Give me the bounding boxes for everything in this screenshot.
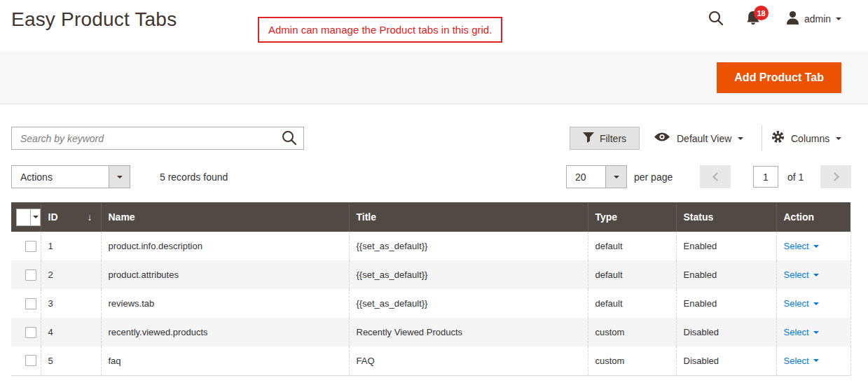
caret-down-icon: [813, 274, 819, 276]
cell-type: custom: [588, 318, 676, 346]
column-header-status[interactable]: Status: [676, 202, 776, 232]
total-pages-label: of 1: [787, 165, 804, 188]
actions-dropdown[interactable]: Actions: [11, 165, 130, 188]
caret-down-icon: [614, 176, 619, 178]
notifications-bell-icon[interactable]: 18: [745, 10, 762, 28]
cell-id: 2: [41, 260, 101, 289]
column-header-type[interactable]: Type: [588, 202, 676, 232]
admin-account-menu[interactable]: admin: [786, 10, 841, 27]
row-checkbox[interactable]: [25, 241, 36, 252]
cell-title: {{set_as_default}}: [349, 289, 588, 318]
add-product-tab-button[interactable]: Add Product Tab: [717, 62, 841, 93]
column-header-id[interactable]: ID ↓: [41, 202, 101, 232]
select-all-checkbox[interactable]: [17, 209, 31, 225]
per-page-dropdown[interactable]: 20: [566, 165, 627, 188]
table-row: 1 product.info.description {{set_as_defa…: [11, 232, 850, 260]
page-title: Easy Product Tabs: [11, 8, 177, 31]
row-select-action[interactable]: Select: [784, 327, 819, 337]
controls-divider: [762, 125, 762, 151]
caret-down-icon: [33, 216, 39, 218]
dropdown-toggle[interactable]: [605, 166, 626, 188]
caret-down-icon: [117, 176, 123, 178]
cell-type: custom: [588, 346, 676, 375]
select-all-dropdown[interactable]: [31, 209, 40, 225]
columns-dropdown[interactable]: Columns: [771, 127, 841, 150]
row-select-action[interactable]: Select: [784, 241, 819, 251]
chevron-down-icon: [836, 18, 841, 20]
cell-name: product.info.description: [101, 232, 349, 260]
actions-label: Actions: [12, 166, 109, 188]
cell-name: reviews.tab: [101, 289, 349, 318]
user-avatar-icon: [786, 10, 799, 27]
caret-down-icon: [813, 331, 819, 334]
select-label: Select: [784, 356, 809, 366]
cell-status: Enabled: [676, 260, 776, 289]
table-row: 3 reviews.tab {{set_as_default}} default…: [11, 289, 850, 318]
cell-id: 5: [41, 346, 101, 375]
cell-id: 4: [41, 318, 101, 346]
row-checkbox[interactable]: [25, 355, 36, 366]
previous-page-button[interactable]: [700, 165, 731, 188]
table-row: 4 recently.viewed.products Recently View…: [11, 318, 850, 346]
cell-name: product.attributes: [101, 260, 349, 289]
cell-status: Disabled: [676, 346, 776, 375]
notification-count-badge[interactable]: 18: [754, 6, 769, 20]
column-header-name[interactable]: Name: [101, 202, 349, 232]
per-page-label: per page: [634, 165, 673, 188]
table-row: 2 product.attributes {{set_as_default}} …: [11, 260, 850, 289]
sort-descending-icon[interactable]: ↓: [88, 211, 94, 223]
table-row: 5 faq FAQ custom Disabled Select: [11, 346, 850, 375]
default-view-label: Default View: [677, 133, 731, 144]
cell-title: {{set_as_default}}: [349, 260, 588, 289]
select-label: Select: [784, 270, 809, 280]
cell-name: faq: [101, 346, 349, 375]
search-input[interactable]: [11, 127, 304, 150]
cell-id: 1: [41, 232, 101, 260]
chevron-down-icon: [738, 137, 743, 140]
caret-down-icon: [813, 245, 819, 248]
cell-type: default: [588, 232, 676, 260]
eye-icon: [654, 132, 670, 145]
column-header-action[interactable]: Action: [776, 202, 850, 232]
filter-funnel-icon: [583, 132, 594, 145]
current-page-input[interactable]: [753, 166, 778, 188]
row-select-action[interactable]: Select: [784, 270, 819, 280]
dropdown-toggle[interactable]: [109, 166, 130, 188]
row-select-action[interactable]: Select: [784, 298, 819, 309]
admin-username: admin: [804, 13, 831, 24]
caret-down-icon: [813, 359, 819, 362]
select-label: Select: [784, 298, 809, 309]
next-page-button[interactable]: [820, 165, 851, 188]
keyword-search: [11, 127, 304, 150]
records-found-text: 5 records found: [160, 165, 228, 188]
cell-type: default: [588, 260, 676, 289]
default-view-dropdown[interactable]: Default View: [654, 127, 743, 150]
row-checkbox[interactable]: [25, 327, 36, 338]
row-checkbox[interactable]: [25, 298, 36, 309]
select-all-control[interactable]: [16, 209, 41, 226]
product-tabs-grid: ID ↓ Name Title Type Status Action 1 pro…: [11, 202, 851, 376]
cell-name: recently.viewed.products: [101, 318, 349, 346]
select-all-header: [11, 202, 41, 232]
filters-label: Filters: [600, 133, 626, 144]
cell-id: 3: [41, 289, 101, 318]
cell-title: FAQ: [349, 346, 588, 375]
easy-product-tabs-page: Easy Product Tabs Admin can manage the P…: [0, 0, 868, 385]
cell-status: Disabled: [676, 318, 776, 346]
select-label: Select: [784, 327, 809, 337]
search-submit-icon[interactable]: [280, 130, 298, 148]
row-select-action[interactable]: Select: [784, 356, 819, 366]
columns-label: Columns: [791, 133, 829, 144]
chevron-left-icon: [712, 172, 722, 181]
cell-title: Recently Viewed Products: [349, 318, 588, 346]
cell-status: Enabled: [676, 289, 776, 318]
column-header-title[interactable]: Title: [349, 202, 588, 232]
cell-type: default: [588, 289, 676, 318]
chevron-right-icon: [830, 172, 839, 181]
filters-button[interactable]: Filters: [570, 127, 640, 150]
global-search-icon[interactable]: [708, 10, 724, 29]
row-checkbox[interactable]: [25, 270, 36, 281]
column-header-label: ID: [48, 211, 58, 223]
per-page-value: 20: [567, 166, 605, 188]
caret-down-icon: [813, 302, 819, 305]
